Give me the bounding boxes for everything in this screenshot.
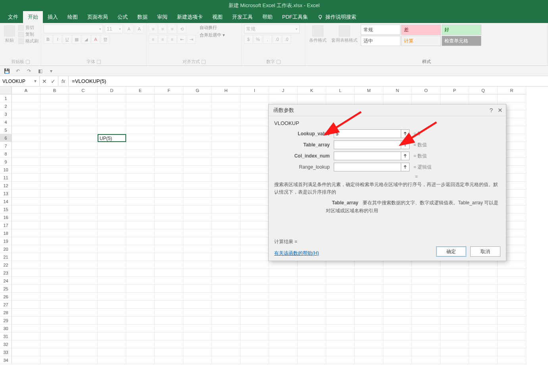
cell[interactable] — [155, 158, 183, 166]
cell[interactable] — [40, 293, 69, 301]
cell[interactable] — [12, 134, 40, 142]
cell[interactable] — [183, 301, 212, 309]
cell[interactable] — [383, 340, 412, 348]
cell[interactable] — [326, 301, 355, 309]
cell[interactable] — [40, 102, 69, 110]
cell[interactable] — [69, 277, 98, 285]
cell[interactable] — [98, 126, 126, 134]
cell[interactable] — [240, 221, 269, 229]
tab-draw[interactable]: 绘图 — [63, 11, 83, 23]
cell[interactable] — [383, 261, 412, 269]
cell[interactable] — [98, 206, 126, 213]
qat-touchmode-button[interactable]: ◧ — [37, 67, 44, 75]
cell[interactable] — [212, 253, 240, 261]
column-header[interactable]: L — [326, 86, 355, 94]
cell[interactable] — [298, 285, 326, 293]
cell[interactable] — [212, 285, 240, 293]
cell[interactable] — [469, 261, 498, 269]
cell[interactable] — [98, 118, 126, 126]
row-header[interactable]: 27 — [0, 301, 12, 309]
alignment-launcher-icon[interactable] — [202, 60, 206, 64]
cell[interactable] — [212, 293, 240, 301]
cell[interactable] — [240, 190, 269, 198]
cell[interactable] — [440, 348, 469, 356]
cell[interactable] — [98, 309, 126, 317]
cell[interactable] — [355, 301, 383, 309]
cell[interactable] — [183, 174, 212, 182]
row-header[interactable]: 14 — [0, 198, 12, 206]
column-header[interactable]: A — [12, 86, 40, 94]
cell[interactable] — [212, 325, 240, 332]
arg-lookup-value-input[interactable] — [334, 129, 401, 138]
row-header[interactable]: 10 — [0, 166, 12, 174]
cell[interactable] — [298, 332, 326, 340]
cell[interactable] — [155, 102, 183, 110]
cell[interactable] — [240, 174, 269, 182]
cell[interactable] — [69, 126, 98, 134]
cell[interactable] — [69, 150, 98, 158]
cell[interactable] — [498, 261, 526, 269]
cell[interactable] — [126, 309, 155, 317]
cell[interactable] — [298, 325, 326, 332]
row-header[interactable]: 17 — [0, 221, 12, 229]
cell[interactable] — [469, 309, 498, 317]
italic-button[interactable]: I — [53, 35, 62, 44]
cell[interactable] — [98, 325, 126, 332]
cell[interactable] — [98, 285, 126, 293]
cell[interactable] — [183, 269, 212, 277]
cell[interactable] — [383, 348, 412, 356]
cell[interactable] — [183, 277, 212, 285]
cell[interactable] — [40, 325, 69, 332]
number-launcher-icon[interactable] — [277, 60, 281, 64]
cell[interactable] — [126, 213, 155, 221]
cell[interactable] — [269, 301, 298, 309]
cell[interactable] — [355, 356, 383, 364]
cell[interactable] — [12, 245, 40, 253]
cell[interactable] — [40, 166, 69, 174]
cell[interactable] — [155, 285, 183, 293]
cell[interactable] — [126, 293, 155, 301]
cell[interactable] — [326, 348, 355, 356]
cell[interactable] — [183, 110, 212, 118]
cell[interactable] — [40, 317, 69, 325]
cell[interactable] — [440, 340, 469, 348]
cell[interactable] — [98, 213, 126, 221]
tab-pdf[interactable]: PDF工具集 — [277, 11, 313, 23]
increase-font-button[interactable]: A — [125, 25, 133, 33]
cell[interactable] — [212, 340, 240, 348]
cell[interactable] — [98, 317, 126, 325]
row-header[interactable]: 18 — [0, 229, 12, 237]
cell[interactable] — [212, 332, 240, 340]
cell[interactable] — [98, 150, 126, 158]
cell[interactable] — [240, 356, 269, 364]
arg-range-lookup-input[interactable] — [334, 163, 401, 171]
cell[interactable] — [240, 102, 269, 110]
style-good[interactable]: 好 — [442, 25, 481, 35]
cell[interactable] — [212, 301, 240, 309]
cell[interactable] — [126, 348, 155, 356]
style-normal[interactable]: 常规 — [361, 25, 400, 35]
cell[interactable] — [326, 269, 355, 277]
cell[interactable] — [155, 213, 183, 221]
cell[interactable] — [383, 325, 412, 332]
cell[interactable] — [69, 293, 98, 301]
qat-redo-button[interactable]: ↷ — [25, 67, 33, 75]
tab-help[interactable]: 帮助 — [258, 11, 277, 23]
row-header[interactable]: 25 — [0, 285, 12, 293]
tab-review[interactable]: 审阅 — [152, 11, 172, 23]
cell[interactable] — [469, 277, 498, 285]
cell[interactable] — [155, 110, 183, 118]
cell[interactable] — [98, 102, 126, 110]
cell[interactable] — [212, 118, 240, 126]
cell[interactable] — [240, 198, 269, 206]
tab-formulas[interactable]: 公式 — [113, 11, 133, 23]
column-header[interactable]: C — [69, 86, 98, 94]
increase-decimal-button[interactable]: .0 — [273, 35, 281, 44]
cell[interactable] — [412, 301, 440, 309]
merge-center-button[interactable]: 合并后居中 ▾ — [200, 32, 225, 38]
fx-button[interactable]: fx — [58, 76, 69, 86]
cell[interactable] — [183, 158, 212, 166]
cell[interactable] — [498, 356, 526, 364]
cell[interactable] — [98, 94, 126, 102]
cell[interactable] — [326, 317, 355, 325]
